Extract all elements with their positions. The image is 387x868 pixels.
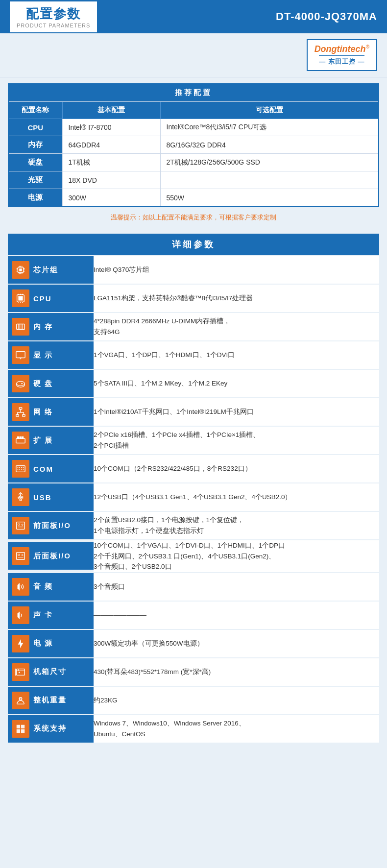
col-basic: 基本配置 bbox=[62, 102, 160, 119]
detail-label-text-14: 机箱尺寸 bbox=[33, 667, 67, 676]
detail-label-text-4: 硬 盘 bbox=[33, 379, 53, 388]
detail-icon-10 bbox=[12, 547, 29, 565]
detail-row: 音 频 3个音频口 bbox=[8, 573, 379, 601]
detail-label-cell-4: 硬 盘 bbox=[8, 369, 94, 398]
detail-label-text-13: 电 源 bbox=[33, 639, 53, 648]
detail-label-text-15: 整机重量 bbox=[33, 696, 67, 705]
detail-label-cell-1: CPU bbox=[8, 284, 94, 313]
svg-rect-80 bbox=[21, 725, 24, 728]
detail-label-cell-10: 后面板I/O bbox=[8, 540, 94, 573]
detail-icon-0 bbox=[12, 261, 29, 279]
recommend-row: 光驱 18X DVD ———————— bbox=[8, 171, 379, 189]
svg-rect-42 bbox=[18, 437, 19, 439]
recommend-basic-4: 300W bbox=[62, 189, 160, 207]
svg-point-46 bbox=[18, 467, 19, 468]
page-header: 配置参数 PRODUCT PARAMETERS DT-4000-JQ370MA bbox=[0, 0, 387, 33]
svg-rect-15 bbox=[18, 296, 23, 300]
detail-row: 机箱尺寸 430(带耳朵483)*552*178mm (宽*深*高) bbox=[8, 658, 379, 686]
detail-label-text-12: 声 卡 bbox=[33, 610, 53, 620]
detail-row: 内 存 4*288pin DDR4 2666MHz U-DIMM内存插槽，支持6… bbox=[8, 313, 379, 341]
svg-rect-65 bbox=[18, 555, 20, 556]
detail-row: COM 10个COM口（2个RS232/422/485口，8个RS232口） bbox=[8, 455, 379, 483]
svg-point-33 bbox=[21, 383, 23, 385]
recommend-optional-0: Intel®Core™8代i3/i5/i7 CPU可选 bbox=[160, 119, 379, 136]
detail-label-cell-14: 机箱尺寸 bbox=[8, 658, 94, 686]
recommend-name-0: CPU bbox=[8, 119, 62, 136]
brand-name: Dongtintech® bbox=[314, 44, 369, 54]
recommend-row: 内存 64GDDR4 8G/16G/32G DDR4 bbox=[8, 136, 379, 154]
detail-icon-2 bbox=[12, 318, 29, 336]
detail-row: 系统支持 Windows 7、Windows10、Windows Server … bbox=[8, 715, 379, 743]
detail-value-3: 1个VGA口、1个DP口、1个HDMI口、1个DVI口 bbox=[94, 341, 379, 369]
svg-point-53 bbox=[23, 469, 24, 470]
detail-value-4: 5个SATA III口、1个M.2 MKey、1个M.2 EKey bbox=[94, 369, 379, 398]
detail-label-cell-2: 内 存 bbox=[8, 313, 94, 341]
brand-logo: Dongtintech® — 东田工控 — bbox=[307, 39, 377, 71]
model-number: DT-4000-JQ370MA bbox=[276, 10, 377, 23]
recommend-row: 电源 300W 550W bbox=[8, 189, 379, 207]
recommend-title: 推荐配置 bbox=[8, 84, 379, 102]
svg-rect-36 bbox=[23, 415, 25, 417]
detail-label-cell-16: 系统支持 bbox=[8, 715, 94, 743]
detail-label-cell-6: 扩 展 bbox=[8, 426, 94, 455]
svg-rect-22 bbox=[17, 324, 25, 330]
detail-row: CPU LGA1151构架，支持英特尔®酷睿™8代I3/I5/I7处理器 bbox=[8, 284, 379, 313]
detail-icon-14 bbox=[12, 663, 29, 681]
detail-icon-9 bbox=[12, 517, 29, 534]
detail-value-9: 2个前置USB2.0接口，1个电源按键，1个复位键，1个电源指示灯，1个硬盘状态… bbox=[94, 511, 379, 540]
detail-value-10: 10个COM口、1个VGA口、1个DVI-D口、1个HDMI口、1个DP口2个千… bbox=[94, 540, 379, 573]
detail-value-0: Intel® Q370芯片组 bbox=[94, 256, 379, 284]
recommend-basic-3: 18X DVD bbox=[62, 171, 160, 189]
detail-value-5: 1个Intel®i210AT千兆网口、1个Intel®I219LM千兆网口 bbox=[94, 398, 379, 426]
detail-icon-16 bbox=[12, 720, 29, 738]
detail-label-text-7: COM bbox=[33, 465, 53, 473]
recommend-basic-1: 64GDDR4 bbox=[62, 136, 160, 154]
page-title-main: 配置参数 bbox=[26, 5, 81, 23]
detail-icon-4 bbox=[12, 375, 29, 392]
col-name: 配置名称 bbox=[8, 102, 62, 119]
svg-point-48 bbox=[21, 467, 22, 468]
brand-tagline: — 东田工控 — bbox=[319, 55, 364, 66]
svg-text:KG: KG bbox=[19, 698, 22, 699]
recommend-section: 推荐配置 配置名称 基本配置 可选配置 CPU Intel® I7-8700 I… bbox=[0, 77, 387, 231]
svg-rect-1 bbox=[19, 268, 22, 271]
svg-rect-82 bbox=[21, 729, 24, 733]
detail-row: 电 源 300W额定功率（可更换550W电源） bbox=[8, 629, 379, 658]
detail-row: 前面板I/O 2个前置USB2.0接口，1个电源按键，1个复位键，1个电源指示灯… bbox=[8, 511, 379, 540]
svg-rect-81 bbox=[17, 729, 20, 733]
col-optional: 可选配置 bbox=[160, 102, 379, 119]
detail-label-cell-12: 声 卡 bbox=[8, 601, 94, 629]
detail-table: 芯片组 Intel® Q370芯片组 CPU LGA1151构架，支持英特尔®酷… bbox=[8, 256, 379, 744]
detail-icon-3 bbox=[12, 346, 29, 364]
recommend-optional-3: ———————— bbox=[160, 171, 379, 189]
svg-rect-34 bbox=[19, 408, 22, 410]
svg-point-52 bbox=[21, 469, 22, 470]
svg-rect-43 bbox=[20, 437, 21, 439]
svg-point-57 bbox=[18, 497, 20, 499]
recommend-table: 推荐配置 配置名称 基本配置 可选配置 CPU Intel® I7-8700 I… bbox=[8, 83, 379, 207]
detail-label-cell-9: 前面板I/O bbox=[8, 511, 94, 540]
detail-row: 后面板I/O 10个COM口、1个VGA口、1个DVI-D口、1个HDMI口、1… bbox=[8, 540, 379, 573]
detail-icon-1 bbox=[12, 289, 29, 307]
detail-icon-15: KG bbox=[12, 692, 29, 709]
svg-marker-68 bbox=[18, 639, 24, 648]
recommend-name-4: 电源 bbox=[8, 189, 62, 207]
recommend-basic-0: Intel® I7-8700 bbox=[62, 119, 160, 136]
svg-point-51 bbox=[19, 469, 20, 470]
logo-area: Dongtintech® — 东田工控 — bbox=[0, 33, 387, 77]
notice-text: 温馨提示：如以上配置不能满足要求，可根据客户要求定制 bbox=[8, 207, 379, 225]
svg-point-72 bbox=[19, 672, 20, 673]
detail-row: 声 卡 ———————— bbox=[8, 601, 379, 629]
detail-label-text-9: 前面板I/O bbox=[33, 521, 71, 530]
svg-rect-35 bbox=[16, 415, 19, 417]
detail-row: USB 12个USB口（4个USB3.1 Gen1、4个USB3.1 Gen2、… bbox=[8, 483, 379, 511]
detail-icon-12 bbox=[12, 606, 29, 624]
detail-value-14: 430(带耳朵483)*552*178mm (宽*深*高) bbox=[94, 658, 379, 686]
svg-rect-64 bbox=[17, 553, 25, 560]
detail-value-7: 10个COM口（2个RS232/422/485口，8个RS232口） bbox=[94, 455, 379, 483]
detail-section: 详细参数 芯片组 Intel® Q370芯片组 CPU LGA1151构架，支持… bbox=[0, 231, 387, 751]
recommend-name-2: 硬盘 bbox=[8, 154, 62, 171]
recommend-row: CPU Intel® I7-8700 Intel®Core™8代i3/i5/i7… bbox=[8, 119, 379, 136]
detail-value-8: 12个USB口（4个USB3.1 Gen1、4个USB3.1 Gen2、4个US… bbox=[94, 483, 379, 511]
svg-rect-60 bbox=[17, 522, 25, 530]
